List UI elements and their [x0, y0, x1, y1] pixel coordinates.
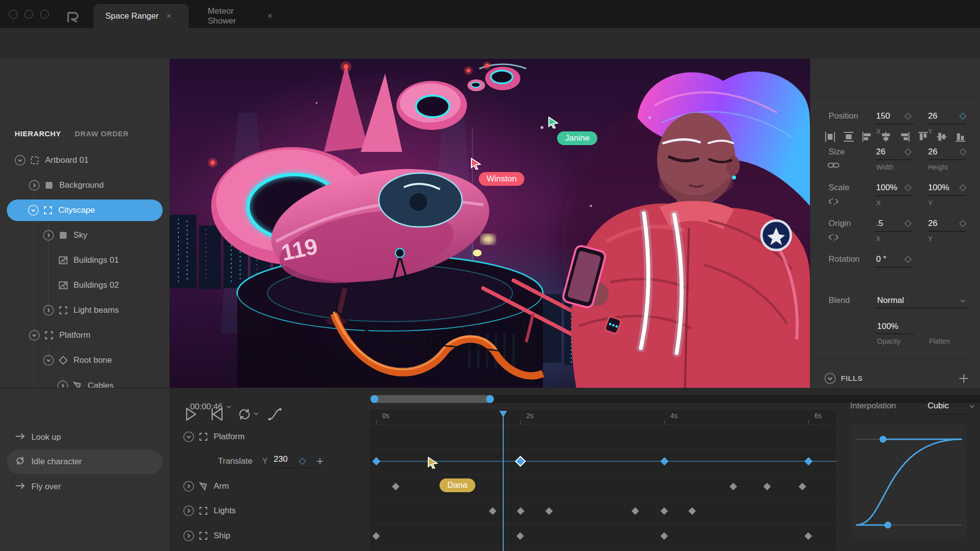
expander-down-icon[interactable]	[28, 205, 39, 216]
timeline-row-ship[interactable]: Ship	[170, 524, 370, 548]
interpolation-tool-icon[interactable]	[268, 407, 282, 421]
animation-item-look-up[interactable]: Look up	[0, 425, 170, 450]
chevron-down-icon[interactable]	[254, 412, 259, 415]
fills-expander-icon[interactable]	[824, 373, 836, 384]
animation-item-fly-over[interactable]: Fly over	[0, 475, 170, 499]
timeline-zoom-scrollbar-thumb[interactable]	[370, 395, 494, 403]
loop-mode-button[interactable]	[237, 408, 252, 421]
hierarchy-item-label[interactable]: Buildings 01	[74, 255, 119, 265]
hierarchy-item-label[interactable]: Artboard 01	[45, 155, 89, 165]
tab-draw-order[interactable]: DRAW ORDER	[75, 129, 129, 138]
scale-y-field[interactable]: 100%	[928, 183, 949, 193]
broken-link-icon[interactable]	[828, 198, 839, 205]
window-close-button[interactable]	[9, 10, 18, 19]
size-height-keyframe-diamond[interactable]	[959, 149, 966, 155]
animation-item-idle-character[interactable]: Idle character	[7, 450, 163, 474]
hierarchy-item-artboard-01[interactable]: Artboard 01	[0, 150, 170, 171]
hierarchy-item-label[interactable]: Sky	[74, 230, 87, 240]
animation-item-label[interactable]: Look up	[31, 432, 61, 442]
interpolation-curve-editor[interactable]	[851, 424, 967, 538]
animation-item-label[interactable]: Fly over	[31, 482, 61, 492]
scale-x-keyframe-diamond[interactable]	[905, 184, 911, 191]
timeline-row-platform[interactable]: Platform	[170, 425, 370, 449]
origin-x-field[interactable]: .5	[876, 219, 883, 228]
timeline-track-area[interactable]	[370, 410, 835, 551]
property-value-field[interactable]: 230	[274, 454, 317, 468]
hierarchy-item-label[interactable]: Cityscape	[58, 205, 95, 215]
curve-in-handle[interactable]	[880, 436, 886, 443]
timeline-row-label[interactable]: Platform	[214, 432, 245, 442]
timeline-row-lights[interactable]: Lights	[170, 499, 370, 523]
expander-right-icon[interactable]	[43, 230, 54, 241]
curve-out-handle[interactable]	[884, 522, 891, 528]
hierarchy-item-background[interactable]: Background	[0, 175, 170, 196]
chevron-down-icon[interactable]	[960, 300, 965, 302]
distribute-horizontal-icon[interactable]	[824, 131, 836, 143]
hierarchy-item-platform[interactable]: Platform	[0, 325, 170, 346]
align-right-icon[interactable]	[899, 131, 910, 143]
timeline-row-label[interactable]: Lights	[214, 506, 236, 516]
size-width-keyframe-diamond[interactable]	[905, 149, 911, 155]
interpolation-dropdown[interactable]: Cubic	[928, 401, 949, 411]
origin-y-field[interactable]: 26	[928, 219, 937, 228]
expander-right-icon[interactable]	[29, 180, 40, 191]
scrollbar-left-handle[interactable]	[370, 395, 378, 403]
expander-down-icon[interactable]	[183, 431, 194, 442]
play-button[interactable]	[185, 407, 197, 421]
scale-y-keyframe-diamond[interactable]	[959, 184, 966, 191]
distribute-vertical-icon[interactable]	[843, 131, 855, 143]
link-icon[interactable]	[828, 162, 839, 169]
position-y-field[interactable]: 26	[928, 111, 937, 121]
window-maximize-button[interactable]	[40, 10, 49, 19]
align-left-icon[interactable]	[861, 131, 873, 143]
chevron-down-icon[interactable]	[970, 405, 975, 408]
expander-right-icon[interactable]	[183, 481, 194, 492]
scale-x-field[interactable]: 100%	[876, 183, 897, 193]
rotation-keyframe-diamond[interactable]	[905, 256, 911, 263]
expander-right-icon[interactable]	[183, 530, 194, 541]
document-tab-space-ranger[interactable]: Space Ranger ×	[94, 4, 189, 28]
tab-close-icon[interactable]: ×	[268, 11, 272, 21]
timeline-ruler[interactable]: 0s2s4s6s	[370, 410, 835, 426]
document-tab-meteor-shower[interactable]: Meteor Shower ×	[196, 4, 284, 28]
hierarchy-item-label[interactable]: Background	[59, 180, 104, 190]
hierarchy-item-cityscape[interactable]: Cityscape	[7, 200, 163, 221]
timeline-row-label[interactable]: Ship	[214, 531, 230, 541]
timeline-row-arm[interactable]: Arm	[170, 474, 370, 499]
hierarchy-item-buildings-02[interactable]: Buildings 02	[0, 275, 170, 296]
tab-close-icon[interactable]: ×	[167, 11, 172, 21]
scrollbar-right-handle[interactable]	[486, 395, 494, 403]
hierarchy-item-root-bone[interactable]: Root bone	[0, 350, 170, 371]
broken-link-icon[interactable]	[828, 233, 839, 241]
position-x-field[interactable]: 150	[876, 111, 890, 121]
add-keyframe-icon[interactable]: +	[317, 456, 323, 466]
expander-right-icon[interactable]	[183, 505, 194, 516]
rotation-field[interactable]: 0 °	[876, 254, 886, 264]
size-width-field[interactable]: 26	[876, 147, 885, 157]
size-height-field[interactable]: 26	[928, 147, 937, 157]
hierarchy-item-buildings-01[interactable]: Buildings 01	[0, 250, 170, 271]
canvas-stage[interactable]: 119	[170, 59, 810, 388]
timeline-row-label[interactable]: Arm	[214, 481, 229, 491]
origin-y-keyframe-diamond[interactable]	[959, 220, 966, 227]
align-center-horizontal-icon[interactable]	[880, 131, 892, 143]
add-fill-icon[interactable]	[958, 373, 969, 384]
hierarchy-item-label[interactable]: Platform	[59, 330, 90, 340]
position-y-keyframe-diamond[interactable]	[959, 113, 966, 120]
window-minimize-button[interactable]	[24, 10, 33, 19]
hierarchy-item-label[interactable]: Light beams	[74, 305, 119, 315]
skip-to-start-button[interactable]	[211, 407, 223, 421]
animation-item-label[interactable]: Idle character	[31, 457, 82, 467]
hierarchy-item-light-beams[interactable]: Light beams	[0, 300, 170, 321]
align-bottom-icon[interactable]	[955, 131, 966, 143]
hierarchy-item-label[interactable]: Buildings 02	[74, 280, 119, 290]
hierarchy-item-sky[interactable]: Sky	[0, 225, 170, 246]
align-center-vertical-icon[interactable]	[936, 131, 948, 143]
expander-right-icon[interactable]	[43, 305, 54, 316]
origin-x-keyframe-diamond[interactable]	[905, 220, 911, 227]
expander-down-icon[interactable]	[15, 155, 25, 166]
opacity-field[interactable]: 100%	[877, 322, 898, 331]
align-top-icon[interactable]	[917, 131, 929, 143]
timeline-row-translate[interactable]: TranslateY230+	[170, 449, 370, 474]
expander-down-icon[interactable]	[29, 330, 40, 341]
